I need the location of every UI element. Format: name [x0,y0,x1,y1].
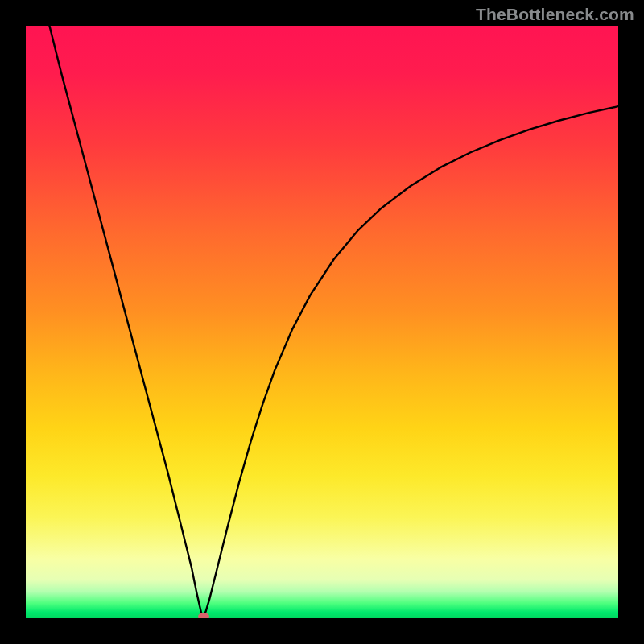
watermark-text: TheBottleneck.com [476,5,634,24]
chart-frame: TheBottleneck.com [0,0,644,644]
curve-layer [26,26,618,618]
minimum-marker [198,613,209,618]
bottleneck-curve [49,26,618,616]
plot-area [26,26,618,618]
